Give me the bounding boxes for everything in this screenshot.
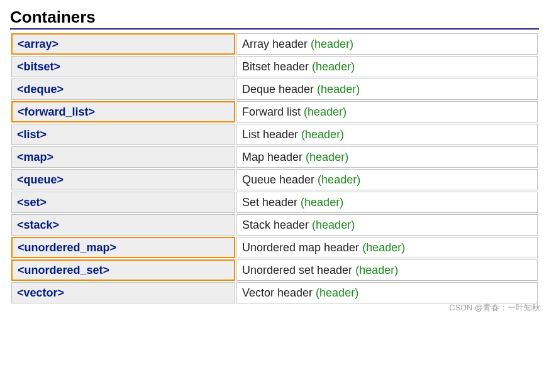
header-link[interactable]: <forward_list> (11, 101, 235, 122)
containers-table: <array>Array header (header)<bitset>Bits… (10, 32, 539, 305)
header-description: Array header (header) (236, 33, 538, 55)
header-description: Forward list (header) (236, 101, 538, 122)
header-suffix: (header) (312, 60, 355, 73)
header-suffix: (header) (362, 241, 405, 254)
header-suffix: (header) (311, 38, 353, 50)
header-link[interactable]: <queue> (11, 169, 235, 190)
header-suffix: (header) (304, 106, 347, 118)
table-row: <unordered_map>Unordered map header (hea… (11, 237, 538, 258)
table-row: <forward_list>Forward list (header) (11, 101, 538, 122)
table-row: <bitset>Bitset header (header) (11, 56, 538, 77)
header-link[interactable]: <unordered_set> (11, 259, 235, 281)
description-text: Unordered set header (242, 264, 352, 276)
header-link[interactable]: <list> (11, 124, 235, 145)
header-description: Unordered map header (header) (236, 237, 538, 258)
header-suffix: (header) (316, 286, 358, 299)
description-text: Set header (242, 196, 297, 209)
table-row: <list>List header (header) (11, 124, 538, 145)
header-link[interactable]: <bitset> (11, 56, 235, 77)
header-suffix: (header) (317, 83, 360, 95)
description-text: Stack header (242, 219, 309, 231)
table-row: <map>Map header (header) (11, 146, 538, 168)
section-title: Containers (10, 8, 539, 30)
header-description: Unordered set header (header) (236, 259, 538, 281)
header-suffix: (header) (312, 219, 355, 231)
header-suffix: (header) (306, 151, 348, 163)
description-text: Array header (242, 38, 308, 50)
header-description: Vector header (header) (236, 282, 538, 303)
header-description: List header (header) (236, 124, 538, 145)
header-description: Map header (header) (236, 146, 538, 168)
header-link[interactable]: <vector> (11, 282, 235, 303)
header-description: Queue header (header) (236, 169, 538, 190)
description-text: Unordered map header (242, 241, 359, 254)
description-text: Map header (242, 151, 302, 163)
description-text: Vector header (242, 286, 313, 299)
table-row: <stack>Stack header (header) (11, 214, 538, 236)
header-suffix: (header) (355, 264, 398, 276)
table-row: <set>Set header (header) (11, 192, 538, 213)
table-row: <array>Array header (header) (11, 33, 538, 55)
table-row: <vector>Vector header (header) (11, 282, 538, 303)
header-suffix: (header) (301, 128, 344, 141)
header-link[interactable]: <deque> (11, 79, 235, 100)
header-link[interactable]: <set> (11, 192, 235, 213)
header-link[interactable]: <unordered_map> (11, 237, 235, 258)
header-description: Set header (header) (236, 192, 538, 213)
header-suffix: (header) (301, 196, 343, 209)
header-description: Deque header (header) (236, 79, 538, 100)
description-text: Forward list (242, 106, 301, 118)
description-text: Bitset header (242, 60, 309, 73)
header-suffix: (header) (318, 173, 360, 186)
table-row: <unordered_set>Unordered set header (hea… (11, 259, 538, 281)
description-text: Queue header (242, 173, 314, 186)
header-link[interactable]: <map> (11, 146, 235, 168)
header-description: Stack header (header) (236, 214, 538, 236)
description-text: Deque header (242, 83, 314, 95)
header-description: Bitset header (header) (236, 56, 538, 77)
table-row: <deque>Deque header (header) (11, 79, 538, 100)
description-text: List header (242, 128, 298, 141)
header-link[interactable]: <stack> (11, 214, 235, 236)
table-row: <queue>Queue header (header) (11, 169, 538, 190)
header-link[interactable]: <array> (11, 33, 235, 55)
